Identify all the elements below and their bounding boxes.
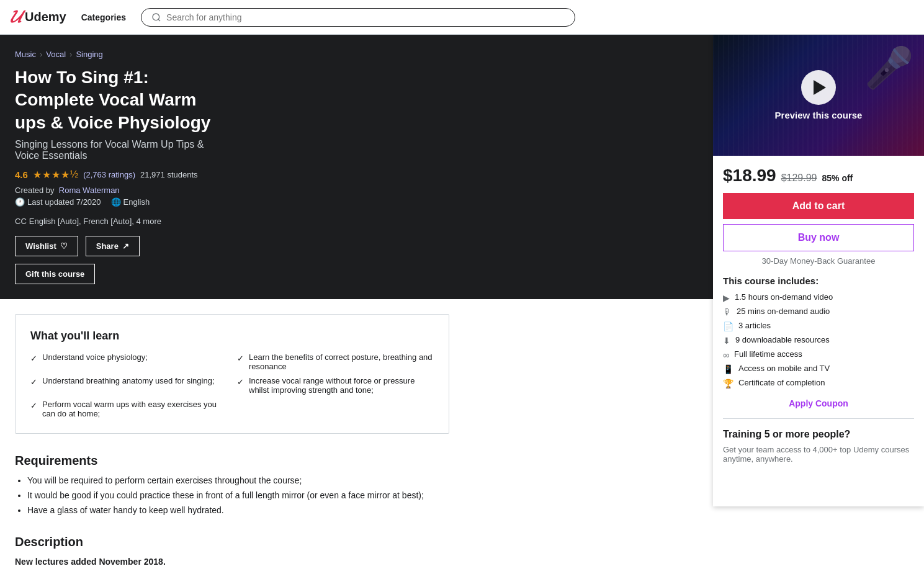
star-2: ★ (42, 169, 51, 181)
learn-grid: ✓ Understand voice physiology; ✓ Learn t… (30, 352, 434, 418)
created-by-label: Created by (15, 186, 55, 195)
breadcrumb-sep-1: › (40, 50, 42, 59)
play-button[interactable] (801, 70, 836, 105)
req-item-2: Have a glass of water handy to keep well… (27, 505, 449, 515)
clock-icon: 🕐 (15, 197, 25, 207)
instructor-link[interactable]: Roma Waterman (59, 186, 120, 195)
price-current: $18.99 (723, 166, 776, 186)
hero-actions: Wishlist ♡ Share ↗ Gift this course (15, 236, 226, 284)
training-title: Training 5 or more people? (723, 429, 914, 440)
include-audio-text: 25 mins on-demand audio (737, 307, 830, 316)
buy-now-label: Buy now (798, 232, 840, 243)
audio-icon: 🎙 (723, 307, 732, 317)
udemy-text: Udemy (25, 10, 66, 24)
check-icon-3: ✓ (237, 377, 244, 387)
price-row: $18.99 $129.99 85% off (723, 166, 914, 186)
course-preview[interactable]: 🎤 Preview this course (713, 35, 924, 156)
includes-title: This course includes: (723, 276, 914, 286)
search-bar[interactable] (141, 8, 575, 27)
cc-icon: CC (15, 217, 27, 226)
search-icon (151, 12, 161, 22)
navbar: 𝓤 Udemy Categories (0, 0, 924, 35)
learn-item-2: ✓ Understand breathing anatomy used for … (30, 376, 227, 395)
include-lifetime-text: Full lifetime access (734, 349, 802, 359)
add-to-cart-button[interactable]: Add to cart (723, 193, 914, 219)
star-1: ★ (33, 169, 42, 181)
heart-icon: ♡ (60, 241, 68, 251)
apply-coupon-link[interactable]: Apply Coupon (723, 398, 914, 408)
include-mobile: 📱 Access on mobile and TV (723, 364, 914, 374)
training-desc: Get your team access to 4,000+ top Udemy… (723, 445, 914, 464)
include-audio: 🎙 25 mins on-demand audio (723, 307, 914, 317)
sidebar-body: $18.99 $129.99 85% off Add to cart Buy n… (713, 156, 924, 474)
include-downloads-text: 9 downloadable resources (735, 335, 830, 344)
udemy-logo[interactable]: 𝓤 Udemy (10, 7, 66, 27)
buy-now-button[interactable]: Buy now (723, 224, 914, 251)
learn-item-text-3: Increase vocal range without force or pr… (249, 376, 434, 395)
requirements-list: You will be required to perform certain … (15, 475, 449, 515)
rating-number: 4.6 (15, 169, 28, 180)
include-articles: 📄 3 articles (723, 321, 914, 331)
breadcrumb-music[interactable]: Music (15, 50, 36, 59)
video-icon: ▶ (723, 293, 730, 303)
share-label: Share (96, 241, 119, 251)
req-item-0: You will be required to perform certain … (27, 475, 449, 485)
include-certificate-text: Certificate of completion (738, 378, 825, 387)
description-new-lectures: New lectures added November 2018. (15, 557, 449, 567)
students-count: 21,971 students (140, 170, 198, 179)
breadcrumb-sep-2: › (70, 50, 72, 59)
description-title: Description (15, 535, 449, 549)
breadcrumb-singing[interactable]: Singing (76, 50, 102, 59)
learn-item-3: ✓ Increase vocal range without force or … (237, 376, 434, 395)
udemy-u-icon: 𝓤 (10, 7, 21, 27)
preview-label: Preview this course (775, 110, 863, 120)
learn-item-text-2: Understand breathing anatomy used for si… (42, 376, 215, 385)
star-half: ½ (70, 169, 78, 181)
learn-item-1: ✓ Learn the benefits of correct posture,… (237, 352, 434, 371)
course-subtitle: Singing Lessons for Vocal Warm Up Tips &… (15, 139, 226, 161)
includes-list: ▶ 1.5 hours on-demand video 🎙 25 mins on… (723, 292, 914, 388)
share-arrow-icon: ↗ (122, 241, 129, 251)
money-back-guarantee: 30-Day Money-Back Guarantee (723, 256, 914, 266)
include-video: ▶ 1.5 hours on-demand video (723, 292, 914, 303)
star-4: ★ (61, 169, 70, 181)
learn-item-text-0: Understand voice physiology; (42, 352, 148, 362)
learn-item-text-4: Perform vocal warm ups with easy exercis… (42, 400, 227, 418)
wishlist-button[interactable]: Wishlist ♡ (15, 236, 78, 256)
learn-box-title: What you'll learn (30, 330, 434, 343)
rating-count: (2,763 ratings) (83, 170, 135, 179)
star-rating: ★ ★ ★ ★ ½ (33, 169, 78, 181)
include-video-text: 1.5 hours on-demand video (735, 292, 833, 302)
svg-point-0 (153, 14, 159, 20)
captions-text: English [Auto], French [Auto], 4 more (29, 217, 161, 226)
training-section: Training 5 or more people? Get your team… (723, 429, 914, 464)
learn-item-text-1: Learn the benefits of correct posture, b… (249, 352, 434, 371)
gift-label: Gift this course (25, 269, 84, 279)
include-lifetime: ∞ Full lifetime access (723, 349, 914, 360)
price-original: $129.99 (781, 173, 817, 184)
rating-row: 4.6 ★ ★ ★ ★ ½ (2,763 ratings) 21,971 stu… (15, 169, 226, 181)
hero-section: Music › Vocal › Singing How To Sing #1: … (0, 35, 924, 299)
include-articles-text: 3 articles (738, 321, 771, 330)
search-input[interactable] (166, 12, 565, 22)
infinity-icon: ∞ (723, 350, 729, 360)
requirements-section: Requirements You will be required to per… (15, 454, 449, 515)
include-certificate: 🏆 Certificate of completion (723, 378, 914, 388)
language-text: English (123, 197, 150, 207)
article-icon: 📄 (723, 321, 733, 331)
instructor-meta: Created by Roma Waterman (15, 186, 226, 195)
share-button[interactable]: Share ↗ (86, 236, 140, 256)
check-icon-1: ✓ (237, 354, 244, 363)
svg-line-1 (158, 19, 160, 21)
globe-icon: 🌐 (111, 197, 121, 207)
wishlist-label: Wishlist (25, 241, 56, 251)
breadcrumb-vocal[interactable]: Vocal (46, 50, 66, 59)
gift-button[interactable]: Gift this course (15, 264, 95, 284)
divider (723, 418, 914, 419)
last-updated-text: Last updated 7/2020 (27, 197, 101, 207)
learn-item-0: ✓ Understand voice physiology; (30, 352, 227, 371)
language-item: 🌐 English (111, 197, 150, 207)
categories-menu[interactable]: Categories (76, 12, 131, 22)
include-downloads: ⬇ 9 downloadable resources (723, 335, 914, 346)
main-content: What you'll learn ✓ Understand voice phy… (15, 314, 449, 579)
